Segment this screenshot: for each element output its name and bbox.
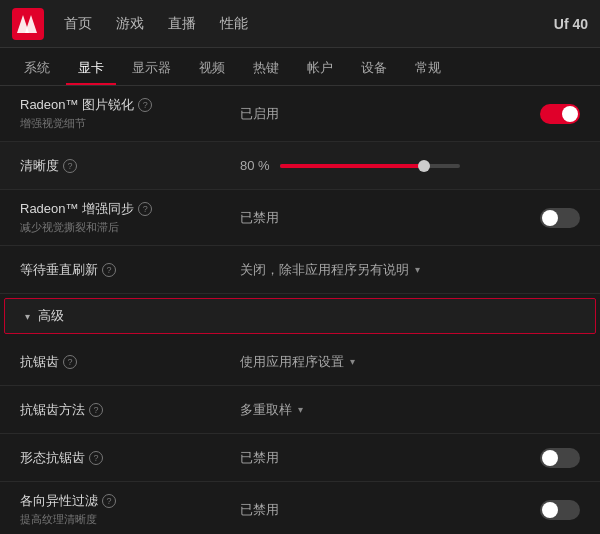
vsync-dropdown[interactable]: 关闭，除非应用程序另有说明 ▾ [240, 261, 420, 279]
antialiasing-value-col: 使用应用程序设置 ▾ [240, 353, 500, 371]
radeon-sharpness-value: 已启用 [240, 105, 500, 123]
setting-label-col: 形态抗锯齿 ? [20, 449, 240, 467]
aa-method-value-col: 多重取样 ▾ [240, 401, 500, 419]
setting-title: 各向异性过滤 ? [20, 492, 240, 510]
advanced-chevron-icon: ▾ [25, 311, 30, 322]
tab-devices[interactable]: 设备 [349, 53, 399, 85]
tab-account[interactable]: 帐户 [295, 53, 345, 85]
morphological-aa-info-icon[interactable]: ? [89, 451, 103, 465]
tab-system[interactable]: 系统 [12, 53, 62, 85]
antialiasing-dropdown-label: 使用应用程序设置 [240, 353, 344, 371]
vsync-info-icon[interactable]: ? [102, 263, 116, 277]
top-bar: 首页 游戏 直播 性能 Uf 40 [0, 0, 600, 48]
tab-gpu[interactable]: 显卡 [66, 53, 116, 85]
radeon-sharpness-label: Radeon™ 图片锐化 [20, 96, 134, 114]
setting-title: 等待垂直刷新 ? [20, 261, 240, 279]
radeon-boost-value: 已禁用 [240, 209, 500, 227]
setting-label-col: Radeon™ 图片锐化 ? 增强视觉细节 [20, 96, 240, 131]
vsync-label: 等待垂直刷新 [20, 261, 98, 279]
setting-label-col: 各向异性过滤 ? 提高纹理清晰度 [20, 492, 240, 527]
setting-row-morphological-aa: 形态抗锯齿 ? 已禁用 [0, 434, 600, 482]
anisotropic-toggle[interactable] [540, 500, 580, 520]
setting-row-antialiasing: 抗锯齿 ? 使用应用程序设置 ▾ [0, 338, 600, 386]
advanced-section-header[interactable]: ▾ 高级 [4, 298, 596, 334]
setting-title: 清晰度 ? [20, 157, 240, 175]
amd-logo [12, 8, 44, 40]
radeon-boost-info-icon[interactable]: ? [138, 202, 152, 216]
setting-row-sharpness-level: 清晰度 ? 80 % [0, 142, 600, 190]
setting-title: 抗锯齿方法 ? [20, 401, 240, 419]
radeon-sharpness-subtitle: 增强视觉细节 [20, 116, 240, 131]
setting-label-col: 抗锯齿 ? [20, 353, 240, 371]
antialiasing-info-icon[interactable]: ? [63, 355, 77, 369]
setting-title: Radeon™ 增强同步 ? [20, 200, 240, 218]
vsync-dropdown-label: 关闭，除非应用程序另有说明 [240, 261, 409, 279]
radeon-sharpness-info-icon[interactable]: ? [138, 98, 152, 112]
user-label: Uf 40 [554, 16, 588, 32]
svg-marker-1 [25, 15, 37, 33]
morphological-aa-label: 形态抗锯齿 [20, 449, 85, 467]
sharpness-slider-container: 80 % [240, 158, 500, 173]
main-content: Radeon™ 图片锐化 ? 增强视觉细节 已启用 清晰度 ? 80 % [0, 86, 600, 534]
tab-general[interactable]: 常规 [403, 53, 453, 85]
setting-row-anisotropic: 各向异性过滤 ? 提高纹理清晰度 已禁用 [0, 482, 600, 534]
setting-title: 形态抗锯齿 ? [20, 449, 240, 467]
antialiasing-dropdown-arrow-icon: ▾ [350, 356, 355, 367]
anisotropic-label: 各向异性过滤 [20, 492, 98, 510]
setting-title: Radeon™ 图片锐化 ? [20, 96, 240, 114]
aa-method-info-icon[interactable]: ? [89, 403, 103, 417]
sharpness-value-col: 80 % [240, 158, 500, 173]
sharpness-percent-label: 80 % [240, 158, 272, 173]
anisotropic-info-icon[interactable]: ? [102, 494, 116, 508]
anisotropic-value: 已禁用 [240, 501, 500, 519]
setting-row-aa-method: 抗锯齿方法 ? 多重取样 ▾ [0, 386, 600, 434]
anisotropic-subtitle: 提高纹理清晰度 [20, 512, 240, 527]
setting-label-col: 等待垂直刷新 ? [20, 261, 240, 279]
setting-row-radeon-sharpness: Radeon™ 图片锐化 ? 增强视觉细节 已启用 [0, 86, 600, 142]
vsync-value-col: 关闭，除非应用程序另有说明 ▾ [240, 261, 500, 279]
aa-method-label: 抗锯齿方法 [20, 401, 85, 419]
nav-stream[interactable]: 直播 [168, 11, 196, 37]
sharpness-slider-fill [280, 164, 424, 168]
radeon-boost-control [500, 208, 580, 228]
radeon-sharpness-control [500, 104, 580, 124]
nav-performance[interactable]: 性能 [220, 11, 248, 37]
sharpness-label: 清晰度 [20, 157, 59, 175]
nav-home[interactable]: 首页 [64, 11, 92, 37]
tab-display[interactable]: 显示器 [120, 53, 183, 85]
radeon-sharpness-toggle[interactable] [540, 104, 580, 124]
radeon-boost-subtitle: 减少视觉撕裂和滞后 [20, 220, 240, 235]
aa-method-dropdown-arrow-icon: ▾ [298, 404, 303, 415]
antialiasing-label: 抗锯齿 [20, 353, 59, 371]
aa-method-dropdown[interactable]: 多重取样 ▾ [240, 401, 303, 419]
advanced-section-label: 高级 [38, 307, 64, 325]
morphological-aa-control [500, 448, 580, 468]
setting-row-vsync: 等待垂直刷新 ? 关闭，除非应用程序另有说明 ▾ [0, 246, 600, 294]
setting-label-col: Radeon™ 增强同步 ? 减少视觉撕裂和滞后 [20, 200, 240, 235]
setting-label-col: 抗锯齿方法 ? [20, 401, 240, 419]
tab-hotkeys[interactable]: 热键 [241, 53, 291, 85]
top-nav: 首页 游戏 直播 性能 [64, 11, 248, 37]
sharpness-slider-track[interactable] [280, 164, 460, 168]
morphological-aa-toggle[interactable] [540, 448, 580, 468]
setting-title: 抗锯齿 ? [20, 353, 240, 371]
radeon-boost-label: Radeon™ 增强同步 [20, 200, 134, 218]
sharpness-slider-thumb[interactable] [418, 160, 430, 172]
nav-games[interactable]: 游戏 [116, 11, 144, 37]
morphological-aa-value: 已禁用 [240, 449, 500, 467]
setting-row-radeon-boost: Radeon™ 增强同步 ? 减少视觉撕裂和滞后 已禁用 [0, 190, 600, 246]
setting-label-col: 清晰度 ? [20, 157, 240, 175]
vsync-dropdown-arrow-icon: ▾ [415, 264, 420, 275]
anisotropic-control [500, 500, 580, 520]
radeon-boost-toggle[interactable] [540, 208, 580, 228]
tab-video[interactable]: 视频 [187, 53, 237, 85]
secondary-nav: 系统 显卡 显示器 视频 热键 帐户 设备 常规 [0, 48, 600, 86]
sharpness-info-icon[interactable]: ? [63, 159, 77, 173]
aa-method-dropdown-label: 多重取样 [240, 401, 292, 419]
antialiasing-dropdown[interactable]: 使用应用程序设置 ▾ [240, 353, 355, 371]
